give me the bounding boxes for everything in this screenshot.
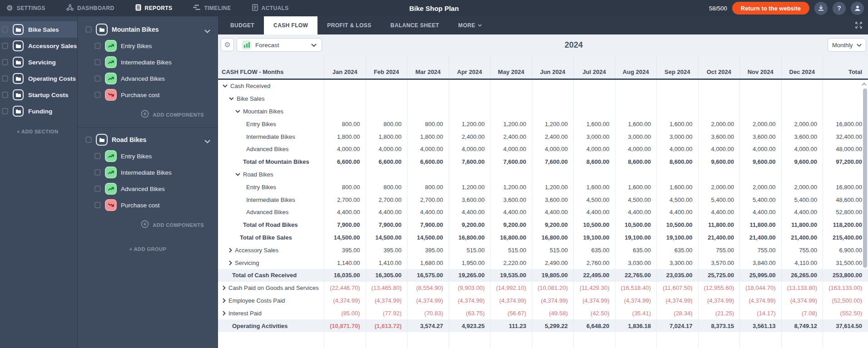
- nav-settings[interactable]: ⚙ SETTINGS: [0, 0, 56, 16]
- expand-chevron-icon[interactable]: [223, 311, 226, 316]
- month-cell: (8,554.90): [407, 282, 449, 294]
- tab-more[interactable]: MORE: [449, 16, 492, 34]
- add-group-button[interactable]: + ADD GROUP: [129, 246, 167, 252]
- component-checkbox[interactable]: [94, 92, 101, 98]
- month-cell: 1,836.18: [615, 319, 657, 332]
- row-label: Accessory Sales: [235, 247, 278, 254]
- collapse-chevron-icon[interactable]: [235, 173, 240, 176]
- section-label: Startup Costs: [28, 92, 69, 98]
- sidebar-item-startup-costs[interactable]: Startup Costs: [0, 87, 77, 103]
- account-button[interactable]: [851, 2, 864, 15]
- month-cell: 2,000.00: [699, 118, 740, 130]
- month-cell: [657, 105, 699, 118]
- month-cell: [782, 80, 823, 93]
- group-road-bikes[interactable]: Road Bikes: [78, 132, 218, 148]
- group-checkbox[interactable]: [85, 26, 92, 33]
- row-label-cell: Operating Activities: [218, 319, 324, 332]
- fullscreen-button[interactable]: [855, 21, 863, 31]
- collapse-chevron-icon[interactable]: [204, 137, 210, 145]
- download-button[interactable]: [814, 2, 828, 15]
- month-cell: 755.00: [740, 244, 782, 256]
- component-item-entry-bikes[interactable]: Entry Bikes: [78, 148, 218, 164]
- section-checkbox[interactable]: [2, 108, 8, 114]
- group-checkbox[interactable]: [85, 137, 92, 143]
- section-checkbox[interactable]: [2, 75, 8, 82]
- sidebar-item-funding[interactable]: Funding: [0, 103, 77, 119]
- component-item-entry-bikes[interactable]: Entry Bikes: [78, 38, 218, 54]
- tab-cash-flow[interactable]: CASH FLOW: [264, 16, 317, 34]
- component-checkbox[interactable]: [94, 43, 101, 49]
- component-item-advanced-bikes[interactable]: Advanced Bikes: [78, 181, 218, 197]
- collapse-chevron-icon[interactable]: [229, 97, 234, 100]
- month-cell: 2,000.00: [782, 118, 823, 130]
- component-checkbox[interactable]: [94, 75, 101, 82]
- expand-chevron-icon[interactable]: [229, 248, 232, 253]
- month-cell: [407, 168, 449, 181]
- month-cell: [366, 93, 408, 105]
- month-cell: (4,374.99): [366, 294, 408, 307]
- month-cell: 21,400.00: [740, 231, 782, 244]
- sidebar-item-servicing[interactable]: Servicing: [0, 54, 77, 70]
- component-checkbox[interactable]: [94, 59, 101, 65]
- group-mountain-bikes[interactable]: Mountain Bikes: [78, 21, 218, 38]
- column-header-feb-2024: Feb 2024: [366, 56, 408, 78]
- collapse-chevron-icon[interactable]: [204, 27, 210, 35]
- component-checkbox[interactable]: [94, 153, 101, 159]
- month-cell: 9,600.00: [699, 156, 740, 168]
- month-cell: 4,000.00: [657, 143, 699, 156]
- column-header-jun-2024: Jun 2024: [532, 56, 574, 78]
- tab-profit-loss[interactable]: PROFIT & LOSS: [317, 16, 381, 34]
- sidebar-item-bike-sales[interactable]: Bike Sales: [0, 21, 77, 38]
- row-label: Advanced Bikes: [246, 146, 288, 152]
- nav-actuals[interactable]: ACTUALS: [242, 0, 299, 16]
- collapse-chevron-icon[interactable]: [223, 84, 228, 88]
- nav-reports[interactable]: REPORTS: [125, 0, 183, 16]
- nav-dashboard[interactable]: DASHBOARD: [56, 0, 125, 16]
- tab-balance-sheet[interactable]: BALANCE SHEET: [381, 16, 449, 34]
- month-cell: (4,374.99): [740, 294, 782, 307]
- row-label: Servicing: [235, 260, 259, 266]
- component-checkbox[interactable]: [94, 169, 101, 176]
- expand-chevron-icon[interactable]: [229, 260, 232, 265]
- collapse-chevron-icon[interactable]: [235, 110, 240, 113]
- component-item-advanced-bikes[interactable]: Advanced Bikes: [78, 70, 218, 87]
- add-section-button[interactable]: + ADD SECTION: [17, 129, 58, 134]
- section-checkbox[interactable]: [2, 26, 8, 33]
- filler-cell: [407, 332, 449, 348]
- month-cell: [449, 105, 491, 118]
- sidebar-item-accessory-sales[interactable]: Accessory Sales: [0, 38, 77, 54]
- component-item-intermediate-bikes[interactable]: Intermediate Bikes: [78, 164, 218, 181]
- nav-timeline[interactable]: TIMELINE: [183, 0, 241, 16]
- add-components-button[interactable]: ADD COMPONENTS: [78, 213, 218, 237]
- month-cell: 3,574.27: [407, 319, 449, 332]
- component-item-purchase-cost[interactable]: Purchase cost: [78, 197, 218, 213]
- month-cell: [407, 80, 449, 93]
- month-cell: 9,200.00: [532, 219, 574, 231]
- section-checkbox[interactable]: [2, 43, 8, 49]
- component-item-intermediate-bikes[interactable]: Intermediate Bikes: [78, 54, 218, 70]
- expand-chevron-icon[interactable]: [223, 298, 226, 303]
- month-cell: 4,000.00: [615, 143, 657, 156]
- component-checkbox[interactable]: [94, 186, 101, 192]
- total-cell: 253,800.00: [823, 269, 868, 282]
- section-checkbox[interactable]: [2, 59, 8, 65]
- total-cell: 31,500.00: [823, 256, 868, 269]
- scrollbar-thumb[interactable]: [863, 88, 867, 268]
- return-website-button[interactable]: Return to the website: [732, 2, 809, 15]
- component-checkbox[interactable]: [94, 202, 101, 208]
- expand-chevron-icon[interactable]: [223, 285, 226, 290]
- add-components-button[interactable]: ADD COMPONENTS: [78, 103, 218, 127]
- table-row: Intermediate Bikes2,700.002,700.002,700.…: [218, 193, 868, 206]
- help-button[interactable]: ?: [833, 2, 846, 15]
- tab-budget[interactable]: BUDGET: [221, 16, 264, 34]
- period-select[interactable]: Monthly: [828, 38, 866, 52]
- component-item-purchase-cost[interactable]: Purchase cost: [78, 87, 218, 103]
- section-checkbox[interactable]: [2, 92, 8, 98]
- sidebar-item-operating-costs[interactable]: Operating Costs: [0, 70, 77, 87]
- month-cell: 19,100.00: [615, 231, 657, 244]
- month-cell: [532, 93, 574, 105]
- report-settings-button[interactable]: ⚙: [221, 38, 234, 51]
- report-type-select[interactable]: Forecast: [237, 38, 322, 52]
- scroll-up-icon[interactable]: [862, 83, 867, 86]
- table-row: Advanced Bikes4,000.004,000.004,000.004,…: [218, 143, 868, 156]
